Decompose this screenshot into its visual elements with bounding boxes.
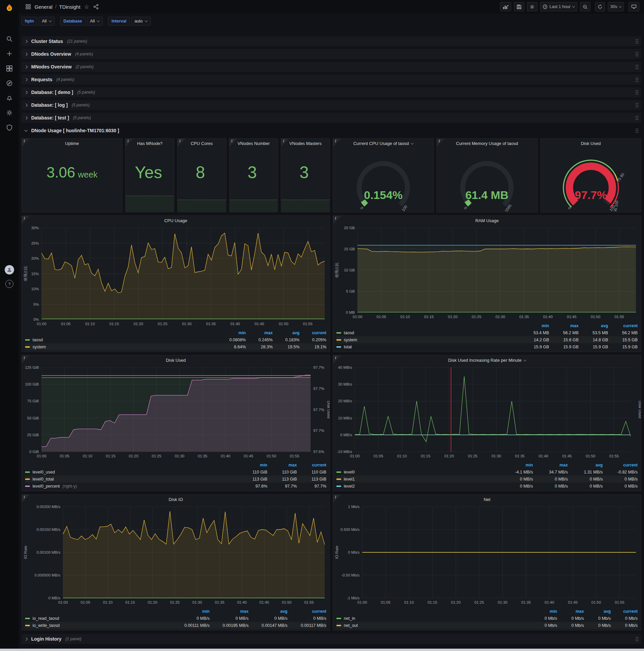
row-login-history[interactable]: Login History (1 panel) [22,634,641,644]
row-drag-handle-icon[interactable] [635,128,639,133]
time-range-picker[interactable]: Last 1 hour [540,2,577,11]
create-plus-icon[interactable] [0,46,19,61]
legend-column-current[interactable]: current [299,331,326,335]
dashboards-icon[interactable] [0,61,19,76]
legend-column-max[interactable]: max [210,609,249,614]
row-drag-handle-icon[interactable] [635,103,639,108]
server-admin-shield-icon[interactable] [0,120,19,135]
legend-column-current[interactable]: current [603,463,638,467]
grafana-logo-icon[interactable] [0,0,19,16]
explore-compass-icon[interactable] [0,76,19,91]
legend-column-avg[interactable]: avg [273,331,299,335]
series-name[interactable]: level0 [344,470,355,474]
series-name[interactable]: system [344,338,357,342]
series-name[interactable]: net_in [344,616,355,621]
dashboard-settings-button[interactable] [527,2,537,11]
row-drag-handle-icon[interactable] [635,52,639,57]
series-name[interactable]: io_read_taosd [33,616,59,621]
chart-canvas[interactable]: 0%5%10%15%20%25%30%01:0001:0501:1001:150… [22,225,330,328]
row-database-test[interactable]: Database: [ test ] (5 panels) [22,113,641,123]
apps-grid-icon[interactable] [26,4,31,9]
legend-column-current[interactable]: current [297,463,326,467]
zoom-out-time-button[interactable] [580,2,590,11]
cycle-view-mode-button[interactable] [629,2,639,11]
save-dashboard-button[interactable] [514,2,524,11]
series-name[interactable]: level1 [344,477,355,482]
row-drag-handle-icon[interactable] [635,637,639,642]
panel-title[interactable]: Net [333,495,641,502]
legend-column-min[interactable]: min [498,463,533,467]
legend-column-avg[interactable]: avg [584,609,611,614]
legend-column-min[interactable]: min [219,331,246,335]
panel-title[interactable]: RAM Usage [333,216,641,223]
series-name[interactable]: level0_total [33,477,54,482]
series-name[interactable]: system [33,345,46,349]
series-name[interactable]: taosd [33,338,43,342]
row-drag-handle-icon[interactable] [635,77,639,82]
variable-value-database[interactable]: All [87,17,103,26]
legend-column-max[interactable]: max [557,609,584,614]
share-icon[interactable] [93,4,99,9]
row-drag-handle-icon[interactable] [635,64,639,69]
legend-column-current[interactable]: current [608,323,638,328]
configuration-gear-icon[interactable] [0,105,19,120]
variable-value-fqdn[interactable]: All [39,17,55,26]
legend-column-avg[interactable]: avg [579,323,608,328]
legend-column-min[interactable]: min [530,609,557,614]
row-mnodes-overview[interactable]: MNodes Overview (2 panels) [22,62,641,72]
panel-title[interactable]: Current CPU Usage of taosd [333,138,433,146]
panel-title[interactable]: VNodes Number [229,138,278,146]
series-name[interactable]: io_write_taosd [33,623,60,628]
legend-column-max[interactable]: max [533,463,568,467]
add-panel-button[interactable] [500,2,511,11]
legend-column-min[interactable]: min [520,323,549,328]
panel-title[interactable]: Uptime [22,138,122,146]
row-database-log[interactable]: Database: [ log ] (5 panels) [22,100,641,110]
chart-canvas[interactable]: 0 GiB25 GiB50 GiB75 GiB100 GiB125 GiB01:… [22,365,330,460]
series-name[interactable]: total [344,345,352,349]
legend-column-min[interactable]: min [238,463,267,467]
legend-column-max[interactable]: max [549,323,579,328]
breadcrumb-folder[interactable]: General [35,4,52,10]
refresh-button[interactable] [595,2,605,11]
help-icon[interactable]: ? [5,280,13,288]
legend-column-min[interactable]: min [171,609,210,614]
legend-column-max[interactable]: max [246,331,273,335]
row-requests[interactable]: Requests (4 panels) [22,74,641,85]
chart-canvas[interactable]: -1 Mb/s-0.50 Mb/s0 Mb/s0.500 Mb/s1 Mb/s0… [333,504,641,606]
panel-title[interactable]: Disk IO [22,495,330,502]
row-drag-handle-icon[interactable] [635,39,639,44]
row-drag-handle-icon[interactable] [635,116,639,121]
chart-canvas[interactable]: 0 MB5 GB10 GB15 GB20 GB01:0001:0501:1001… [333,225,641,320]
legend-column-current[interactable]: current [611,609,638,614]
panel-title[interactable]: CPU Cores [178,138,226,146]
row-drag-handle-icon[interactable] [635,90,639,95]
series-name[interactable]: level2 [344,484,355,489]
series-name[interactable]: level0_used [33,470,55,474]
alerting-bell-icon[interactable] [0,91,19,105]
user-avatar[interactable] [5,265,14,275]
legend-column-avg[interactable]: avg [249,609,287,614]
row-dnodes-overview[interactable]: DNodes Overview (4 panels) [22,49,641,59]
row-dnode-usage[interactable]: DNode Usage [ huolinhe-TM1701:6030 ] [22,125,641,135]
legend-column-max[interactable]: max [267,463,297,467]
panel-title[interactable]: CPU Usage [22,216,330,223]
panel-title[interactable]: Disk Used [22,355,330,363]
variable-value-interval[interactable]: auto [131,17,151,26]
panel-title[interactable]: Disk Used Increasing Rate per Minute [333,355,641,363]
search-icon[interactable] [0,32,19,46]
panel-title[interactable]: Current Memory Usage of taosd [437,138,537,146]
series-name[interactable]: net_out [344,623,358,628]
panel-title[interactable]: VNodes Masters [281,138,330,146]
legend-column-avg[interactable]: avg [568,463,603,467]
row-cluster-status[interactable]: Cluster Status (21 panels) [22,36,641,46]
chart-canvas[interactable]: 0 MB/s0.000500 MB/s0.00100 MB/s0.00150 M… [22,504,330,606]
star-icon[interactable]: ☆ [84,3,89,10]
refresh-interval-dropdown[interactable]: 30s [608,2,624,11]
chart-canvas[interactable]: -10 MB/s0 MB/s10 MB/s20 MB/s30 MB/s40 MB… [333,365,641,460]
breadcrumb-dashboard[interactable]: TDinsight [59,4,80,10]
legend-column-current[interactable]: current [287,609,326,614]
panel-title[interactable]: Has MNode? [125,138,174,146]
row-database-demo[interactable]: Database: [ demo ] (5 panels) [22,87,641,97]
panel-title[interactable]: Disk Used [541,138,641,146]
